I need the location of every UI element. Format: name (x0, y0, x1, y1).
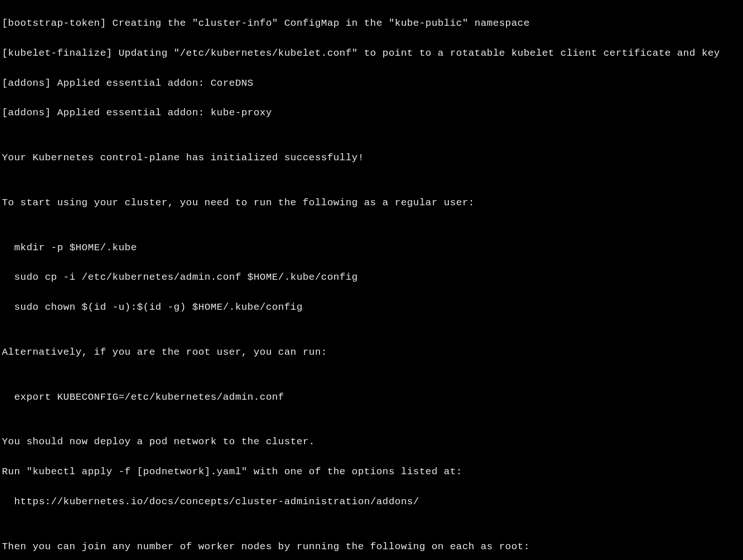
output-line: To start using your cluster, you need to… (2, 195, 741, 210)
output-line: export KUBECONFIG=/etc/kubernetes/admin.… (2, 390, 741, 405)
output-line: Your Kubernetes control-plane has initia… (2, 150, 741, 165)
output-line: You should now deploy a pod network to t… (2, 434, 741, 449)
terminal-output[interactable]: [bootstrap-token] Creating the "cluster-… (0, 0, 743, 560)
output-line: [addons] Applied essential addon: CoreDN… (2, 76, 741, 91)
output-line: Then you can join any number of worker n… (2, 539, 741, 554)
output-line: sudo cp -i /etc/kubernetes/admin.conf $H… (2, 270, 741, 285)
output-line: https://kubernetes.io/docs/concepts/clus… (2, 494, 741, 509)
output-line: [bootstrap-token] Creating the "cluster-… (2, 16, 741, 31)
output-line: Run "kubectl apply -f [podnetwork].yaml"… (2, 464, 741, 479)
output-line: Alternatively, if you are the root user,… (2, 345, 741, 360)
output-line: [kubelet-finalize] Updating "/etc/kubern… (2, 46, 741, 61)
output-line: sudo chown $(id -u):$(id -g) $HOME/.kube… (2, 300, 741, 315)
output-line: [addons] Applied essential addon: kube-p… (2, 105, 741, 120)
output-line: mkdir -p $HOME/.kube (2, 240, 741, 255)
